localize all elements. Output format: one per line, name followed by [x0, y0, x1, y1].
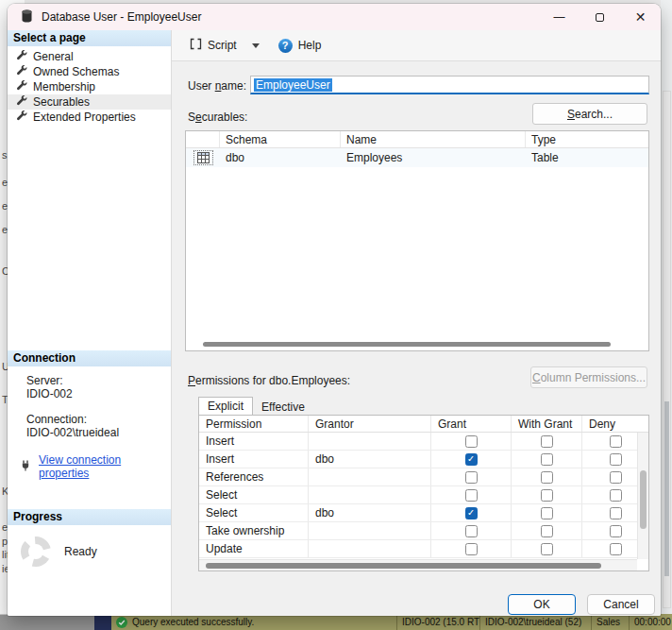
- grant-checkbox[interactable]: [465, 471, 478, 484]
- dialog-toolbar: Script ? Help: [172, 30, 661, 61]
- sidebar-item-label: Owned Schemas: [33, 65, 119, 78]
- view-connection-properties-link[interactable]: View connection properties: [39, 453, 171, 480]
- status-bar-navy-block: [94, 614, 111, 630]
- sidebar-item-label: Membership: [33, 80, 95, 94]
- maximize-button[interactable]: [580, 4, 620, 30]
- grant-checkbox[interactable]: [465, 543, 478, 555]
- permission-row: References: [199, 468, 648, 486]
- wrench-icon: [17, 111, 27, 124]
- column-permissions-button[interactable]: Column Permissions...: [530, 366, 647, 388]
- grant-checkbox[interactable]: [465, 507, 478, 519]
- securable-schema: dbo: [220, 148, 341, 167]
- deny-checkbox[interactable]: [610, 453, 622, 466]
- deny-column-header[interactable]: Deny: [582, 416, 648, 432]
- permissions-grid-header: Permission Grantor Grant With Grant Deny: [199, 416, 648, 433]
- background-text-fragment: s: [2, 149, 8, 161]
- grant-checkbox[interactable]: [465, 489, 478, 502]
- database-user-dialog: Database User - EmployeeUser — ✕ Select …: [8, 4, 661, 616]
- permission-row: Take ownership: [199, 522, 648, 540]
- schema-column-header[interactable]: Schema: [220, 131, 341, 147]
- script-dropdown-button[interactable]: [244, 40, 266, 52]
- script-label: Script: [208, 39, 237, 52]
- status-server: IDIO-002 (15.0 RTM): [396, 614, 479, 630]
- wrench-icon: [17, 50, 27, 63]
- permission-column-header[interactable]: Permission: [199, 416, 309, 432]
- search-button[interactable]: Search...: [532, 103, 647, 125]
- sidebar-item-general[interactable]: General: [8, 49, 171, 64]
- grant-checkbox[interactable]: [465, 435, 478, 448]
- grant-column-header[interactable]: Grant: [431, 416, 512, 432]
- progress-spinner-icon: [21, 536, 51, 567]
- help-label: Help: [298, 39, 322, 52]
- status-bar: Query executed successfully. IDIO-002 (1…: [0, 614, 672, 630]
- securables-horizontal-scrollbar[interactable]: [192, 341, 643, 348]
- sidebar-item-membership[interactable]: Membership: [8, 79, 171, 94]
- background-scrollbar[interactable]: [663, 91, 671, 608]
- connection-header: Connection: [8, 350, 171, 366]
- grant-checkbox[interactable]: [465, 453, 478, 466]
- deny-checkbox[interactable]: [610, 543, 622, 555]
- sidebar-item-label: Securables: [33, 95, 90, 109]
- wrench-icon: [17, 65, 27, 78]
- grant-checkbox[interactable]: [465, 525, 478, 537]
- deny-checkbox[interactable]: [610, 525, 622, 537]
- status-message-segment: Query executed successfully.: [111, 614, 396, 630]
- sidebar-item-owned-schemas[interactable]: Owned Schemas: [8, 64, 171, 79]
- deny-checkbox[interactable]: [610, 471, 622, 484]
- type-column-header[interactable]: Type: [526, 131, 648, 147]
- background-scrollbar-thumb[interactable]: [664, 401, 669, 576]
- user-name-input[interactable]: EmployeeUser: [250, 76, 649, 94]
- permission-row: Insert: [199, 433, 648, 451]
- sidebar-item-securables[interactable]: Securables: [8, 94, 171, 110]
- permission-row: Update: [199, 540, 648, 558]
- name-column-header[interactable]: Name: [341, 131, 526, 147]
- securable-row[interactable]: dbo Employees Table: [186, 148, 648, 167]
- cancel-button[interactable]: Cancel: [587, 594, 655, 615]
- status-message: Query executed successfully.: [132, 617, 254, 627]
- deny-checkbox[interactable]: [610, 435, 622, 448]
- connection-label: Connection:: [26, 413, 171, 426]
- with-grant-checkbox[interactable]: [541, 489, 553, 502]
- ok-button[interactable]: OK: [508, 594, 576, 615]
- help-button[interactable]: ? Help: [272, 35, 328, 57]
- database-icon: [21, 9, 33, 26]
- sidebar-item-label: General: [33, 50, 74, 63]
- scrollbar-thumb[interactable]: [203, 342, 611, 347]
- status-login: IDIO-002\trueideal (52): [479, 614, 591, 630]
- permissions-horizontal-scrollbar[interactable]: [199, 559, 637, 570]
- close-icon: ✕: [635, 9, 647, 25]
- permissions-label: Permissions for dbo.Employees:: [188, 374, 350, 387]
- securable-name: Employees: [341, 148, 526, 167]
- with-grant-column-header[interactable]: With Grant: [512, 416, 582, 432]
- securables-label: Securables:: [188, 111, 247, 124]
- permissions-grid: Permission Grantor Grant With Grant Deny…: [198, 415, 649, 571]
- close-button[interactable]: ✕: [620, 4, 661, 30]
- scrollbar-thumb[interactable]: [206, 563, 601, 569]
- securable-type: Table: [526, 148, 648, 167]
- script-button[interactable]: Script: [183, 34, 244, 57]
- deny-checkbox[interactable]: [610, 507, 622, 519]
- permission-row: Select dbo: [199, 504, 648, 522]
- permissions-vertical-scrollbar[interactable]: [637, 433, 648, 559]
- tab-explicit[interactable]: Explicit: [198, 397, 253, 415]
- grantor-column-header[interactable]: Grantor: [309, 416, 431, 432]
- server-label: Server:: [26, 374, 171, 387]
- progress-header: Progress: [8, 509, 171, 525]
- scrollbar-thumb[interactable]: [640, 470, 647, 529]
- tab-effective[interactable]: Effective: [253, 399, 313, 415]
- connection-value: IDIO-002\trueideal: [26, 426, 171, 439]
- with-grant-checkbox[interactable]: [541, 525, 553, 537]
- with-grant-checkbox[interactable]: [541, 507, 553, 519]
- deny-checkbox[interactable]: [610, 489, 622, 502]
- sidebar-item-extended-properties[interactable]: Extended Properties: [8, 110, 171, 125]
- permissions-tabs: Explicit Effective: [198, 397, 313, 415]
- with-grant-checkbox[interactable]: [541, 453, 553, 466]
- securables-table: Schema Name Type dbo Employees Table: [185, 130, 649, 351]
- user-name-label: User name:: [188, 79, 246, 93]
- with-grant-checkbox[interactable]: [541, 435, 553, 448]
- select-page-sidebar: Select a page General Owned Schemas Memb…: [8, 30, 172, 616]
- with-grant-checkbox[interactable]: [541, 543, 553, 555]
- minimize-button[interactable]: —: [539, 4, 580, 30]
- with-grant-checkbox[interactable]: [541, 471, 553, 484]
- connection-section: Connection Server: IDIO-002 Connection: …: [8, 350, 171, 480]
